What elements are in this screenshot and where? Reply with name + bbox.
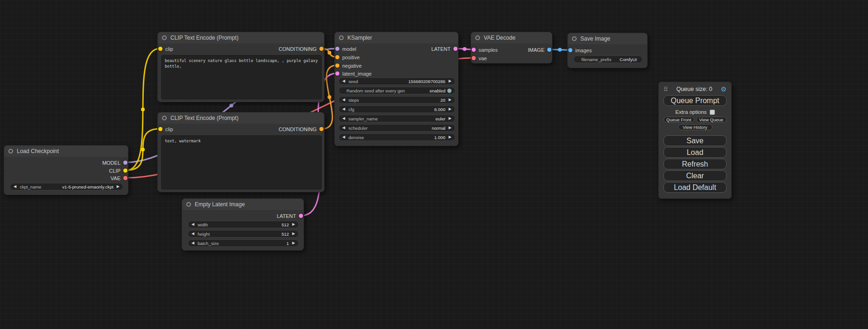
port-samples-input[interactable]	[472, 48, 476, 52]
slot-label-clip: clip	[165, 126, 173, 132]
port-latent-output[interactable]	[299, 214, 303, 218]
widget-height[interactable]: ◀ height 512 ▶	[188, 230, 299, 238]
decrement-arrow-icon[interactable]: ◀	[342, 133, 345, 141]
load-button[interactable]: Load	[663, 147, 727, 158]
load-default-button[interactable]: Load Default	[663, 182, 727, 193]
node-save-image[interactable]: Save Image images filename_prefix ComfyU…	[567, 33, 648, 68]
decrement-arrow-icon[interactable]: ◀	[191, 239, 194, 247]
widget-label: cfg	[348, 107, 354, 112]
port-positive-input[interactable]	[335, 55, 339, 59]
node-title-bar[interactable]: Empty Latent Image	[182, 199, 303, 210]
view-history-button[interactable]: View History	[678, 124, 713, 130]
collapse-icon[interactable]	[162, 35, 167, 40]
port-image-output[interactable]	[547, 48, 551, 52]
node-title-bar[interactable]: VAE Decode	[471, 32, 552, 43]
port-model-input[interactable]	[335, 47, 339, 51]
port-clip-input[interactable]	[158, 127, 162, 131]
drag-handle-icon[interactable]: ⠿	[663, 86, 668, 93]
node-title-bar[interactable]: Save Image	[568, 33, 647, 44]
queue-front-button[interactable]: Queue Front	[663, 117, 694, 123]
toggle-icon[interactable]	[447, 89, 452, 93]
widget-value: ComfyUI	[620, 57, 637, 62]
widget-value: 512	[282, 222, 289, 227]
node-title-bar[interactable]: CLIP Text Encode (Prompt)	[158, 112, 324, 124]
port-latent-output[interactable]	[453, 47, 458, 51]
port-model-output[interactable]	[123, 161, 127, 165]
increment-arrow-icon[interactable]: ▶	[449, 105, 452, 113]
decrement-arrow-icon[interactable]: ◀	[342, 96, 345, 104]
port-latent-image-input[interactable]	[335, 71, 339, 76]
widget-denoise[interactable]: ◀ denoise 1.000 ▶	[339, 133, 455, 141]
collapse-icon[interactable]	[475, 35, 480, 40]
slot-label-vae: VAE	[111, 175, 120, 181]
increment-arrow-icon[interactable]: ▶	[292, 239, 295, 247]
gear-icon[interactable]: ⚙	[720, 85, 727, 93]
widget-filename-prefix[interactable]: filename_prefix ComfyUI	[573, 56, 642, 63]
collapse-icon[interactable]	[162, 116, 167, 120]
port-vae-output[interactable]	[123, 176, 127, 180]
widget-value: normal	[432, 126, 445, 131]
prompt-textarea[interactable]: beautiful scenery nature glass bottle la…	[161, 55, 322, 99]
extra-options-checkbox[interactable]	[710, 110, 715, 115]
increment-arrow-icon[interactable]: ▶	[117, 183, 120, 190]
widget-ckpt-name[interactable]: ◀ ckpt_name v1-5-pruned-emaonly.ckpt ▶	[10, 183, 123, 190]
node-empty-latent-image[interactable]: Empty Latent Image LATENT ◀ width 512 ▶ …	[182, 198, 304, 251]
view-queue-button[interactable]: View Queue	[696, 117, 727, 123]
widget-label: batch_size	[198, 241, 219, 246]
node-title: KSampler	[347, 35, 372, 41]
decrement-arrow-icon[interactable]: ◀	[342, 105, 345, 113]
queue-prompt-button[interactable]: Queue Prompt	[663, 95, 727, 106]
decrement-arrow-icon[interactable]: ◀	[342, 124, 345, 132]
wire-midpoint-dot	[558, 48, 562, 52]
widget-label: height	[198, 231, 210, 237]
decrement-arrow-icon[interactable]: ◀	[191, 221, 194, 228]
node-title-bar[interactable]: Load Checkpoint	[4, 146, 128, 157]
widget-label: ckpt_name	[20, 184, 41, 189]
widget-scheduler[interactable]: ◀ scheduler normal ▶	[339, 124, 455, 132]
wire-midpoint-dot	[463, 47, 466, 51]
collapse-icon[interactable]	[8, 149, 13, 154]
increment-arrow-icon[interactable]: ▶	[292, 230, 295, 238]
prompt-textarea[interactable]: text, watermark	[161, 135, 322, 189]
port-clip-output[interactable]	[123, 168, 127, 173]
port-conditioning-output[interactable]	[319, 47, 324, 51]
node-title-bar[interactable]: KSampler	[335, 32, 458, 43]
collapse-icon[interactable]	[186, 202, 191, 207]
widget-seed[interactable]: ◀ seed 156680208700286 ▶	[339, 77, 455, 85]
slot-label-conditioning: CONDITIONING	[279, 126, 317, 132]
port-images-input[interactable]	[568, 48, 572, 52]
port-conditioning-output[interactable]	[319, 127, 324, 131]
port-vae-input[interactable]	[472, 56, 476, 60]
node-load-checkpoint[interactable]: Load Checkpoint MODEL CLIP VAE ◀ ckpt_na…	[4, 145, 128, 195]
widget-steps[interactable]: ◀ steps 20 ▶	[339, 96, 455, 104]
collapse-icon[interactable]	[339, 35, 344, 40]
node-ksampler[interactable]: KSampler model positive negative latent_…	[334, 32, 459, 146]
node-clip-encode-positive[interactable]: CLIP Text Encode (Prompt) clip CONDITION…	[157, 32, 325, 102]
widget-value: 1.000	[434, 135, 445, 140]
port-clip-input[interactable]	[158, 47, 162, 51]
widget-batch-size[interactable]: ◀ batch_size 1 ▶	[188, 239, 299, 247]
widget-sampler-name[interactable]: ◀ sampler_name euler ▶	[339, 115, 455, 122]
increment-arrow-icon[interactable]: ▶	[449, 115, 452, 122]
decrement-arrow-icon[interactable]: ◀	[342, 77, 345, 85]
widget-random-seed-toggle[interactable]: Random seed after every gen enabled	[339, 87, 455, 94]
increment-arrow-icon[interactable]: ▶	[449, 124, 452, 132]
node-clip-encode-negative[interactable]: CLIP Text Encode (Prompt) clip CONDITION…	[157, 112, 325, 192]
decrement-arrow-icon[interactable]: ◀	[191, 230, 194, 238]
decrement-arrow-icon[interactable]: ◀	[14, 183, 16, 190]
widget-cfg[interactable]: ◀ cfg 8.000 ▶	[339, 105, 455, 113]
increment-arrow-icon[interactable]: ▶	[449, 133, 452, 141]
clear-button[interactable]: Clear	[663, 170, 727, 181]
node-title-bar[interactable]: CLIP Text Encode (Prompt)	[158, 32, 324, 43]
increment-arrow-icon[interactable]: ▶	[449, 96, 452, 104]
node-vae-decode[interactable]: VAE Decode samples vae IMAGE	[471, 32, 552, 63]
decrement-arrow-icon[interactable]: ◀	[342, 115, 345, 122]
widget-width[interactable]: ◀ width 512 ▶	[188, 221, 299, 228]
increment-arrow-icon[interactable]: ▶	[449, 77, 452, 85]
save-button[interactable]: Save	[663, 135, 727, 146]
refresh-button[interactable]: Refresh	[663, 159, 727, 169]
increment-arrow-icon[interactable]: ▶	[292, 221, 295, 228]
port-negative-input[interactable]	[335, 63, 339, 68]
wire-midpoint-dot	[328, 51, 332, 55]
collapse-icon[interactable]	[572, 36, 577, 41]
